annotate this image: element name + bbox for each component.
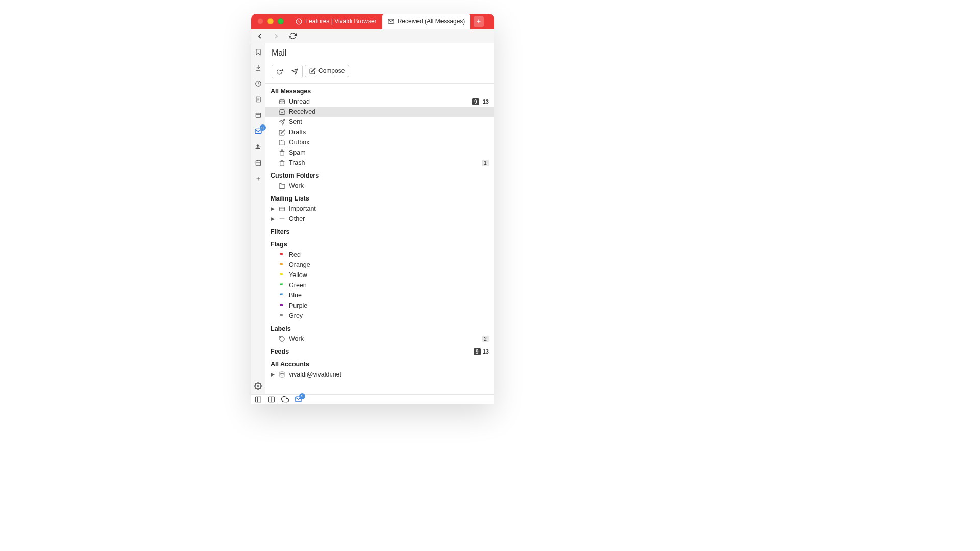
account-label: vivaldi@vivaldi.net [289, 371, 489, 378]
list-other[interactable]: ▶ Other [265, 214, 494, 224]
window-panel-icon[interactable] [254, 111, 263, 120]
tag-icon [278, 335, 285, 342]
label-work[interactable]: Work 2 [265, 334, 494, 344]
flag-label: Purple [289, 302, 489, 309]
svg-rect-11 [279, 207, 284, 211]
section-all-messages: All Messages [265, 84, 494, 96]
folder-sent[interactable]: Sent [265, 117, 494, 127]
downloads-panel-icon[interactable] [254, 63, 263, 72]
panel-toggle-icon[interactable] [254, 395, 262, 404]
folder-label: Outbox [289, 139, 489, 146]
mail-folder-list: All Messages Unread 9 13 Received [265, 84, 494, 394]
section-custom-folders: Custom Folders [265, 168, 494, 181]
window-maximize-button[interactable] [278, 18, 284, 24]
account-vivaldi[interactable]: ▶ vivaldi@vivaldi.net [265, 369, 494, 380]
svg-rect-15 [256, 397, 261, 402]
titlebar: Features | Vivaldi Browser Received (All… [251, 14, 494, 29]
folder-label: Sent [289, 118, 489, 126]
tiling-icon[interactable] [267, 395, 276, 404]
svg-rect-7 [256, 161, 260, 165]
nav-toolbar [251, 29, 494, 43]
svg-point-14 [280, 372, 284, 373]
vivaldi-icon [295, 18, 302, 25]
status-bar: 9 [251, 394, 494, 404]
list-important[interactable]: ▶ Important [265, 204, 494, 214]
sync-icon[interactable] [281, 395, 289, 404]
flag-icon [278, 292, 285, 299]
bookmarks-panel-icon[interactable] [254, 47, 263, 57]
window-minimize-button[interactable] [267, 18, 274, 24]
inbox-icon [278, 108, 285, 115]
chevron-right-icon[interactable]: ▶ [271, 216, 275, 221]
window-close-button[interactable] [257, 18, 263, 24]
folder-outbox[interactable]: Outbox [265, 137, 494, 147]
history-panel-icon[interactable] [254, 79, 263, 88]
svg-rect-10 [280, 151, 284, 155]
refresh-mail-button[interactable] [272, 65, 287, 78]
new-tab-button[interactable] [474, 16, 484, 27]
send-mail-button[interactable] [287, 65, 302, 78]
trash-icon [278, 159, 285, 166]
flag-icon [278, 312, 285, 319]
back-button[interactable] [255, 32, 264, 41]
mail-actions: Compose [272, 65, 488, 78]
folder-spam[interactable]: Spam [265, 147, 494, 158]
flag-blue[interactable]: Blue [265, 290, 494, 300]
unread-badge: 9 [472, 98, 479, 105]
settings-panel-icon[interactable] [254, 381, 263, 390]
compose-button[interactable]: Compose [305, 65, 349, 77]
folder-label: Work [289, 182, 489, 189]
contacts-panel-icon[interactable] [254, 142, 263, 152]
folder-label: Unread [289, 98, 469, 105]
panel-sidebar: 9 [251, 43, 265, 394]
folder-unread[interactable]: Unread 9 13 [265, 96, 494, 107]
tab-received[interactable]: Received (All Messages) [382, 14, 471, 29]
unread-count: 13 [483, 98, 489, 105]
flag-purple[interactable]: Purple [265, 300, 494, 311]
mail-panel-icon[interactable]: 9 [254, 127, 263, 136]
forward-button[interactable] [272, 32, 281, 41]
list-icon [278, 215, 285, 222]
folder-label: Spam [289, 149, 489, 156]
flag-icon [278, 271, 285, 279]
trash-count: 1 [482, 160, 489, 166]
label-name: Work [289, 335, 478, 342]
flag-label: Yellow [289, 271, 489, 279]
status-mail-badge: 9 [299, 393, 305, 399]
add-panel-icon[interactable] [254, 174, 263, 183]
folder-label: Other [289, 215, 489, 222]
sent-icon [278, 118, 285, 126]
folder-icon [278, 182, 285, 189]
tab-features[interactable]: Features | Vivaldi Browser [290, 14, 382, 29]
label-count: 2 [482, 336, 489, 342]
folder-received[interactable]: Received [265, 107, 494, 117]
chevron-right-icon[interactable]: ▶ [271, 372, 275, 377]
list-icon [278, 205, 285, 212]
reload-button[interactable] [288, 32, 297, 41]
flag-red[interactable]: Red [265, 249, 494, 260]
folder-work[interactable]: Work [265, 181, 494, 191]
section-flags: Flags [265, 237, 494, 249]
flag-icon [278, 261, 285, 268]
mail-header: Mail Compose [265, 43, 494, 84]
mail-panel: Mail Compose [265, 43, 494, 394]
section-labels: Labels [265, 321, 494, 334]
folder-label: Drafts [289, 129, 489, 136]
browser-window: Features | Vivaldi Browser Received (All… [251, 14, 494, 404]
mail-badge: 9 [260, 124, 266, 131]
folder-label: Trash [289, 159, 478, 166]
notes-panel-icon[interactable] [254, 95, 263, 104]
flag-orange[interactable]: Orange [265, 260, 494, 270]
drafts-icon [278, 129, 285, 136]
flag-grey[interactable]: Grey [265, 311, 494, 321]
flag-green[interactable]: Green [265, 280, 494, 290]
folder-trash[interactable]: Trash 1 [265, 158, 494, 168]
chevron-right-icon[interactable]: ▶ [271, 206, 275, 211]
folder-drafts[interactable]: Drafts [265, 127, 494, 137]
calendar-panel-icon[interactable] [254, 158, 263, 167]
svg-rect-4 [256, 113, 260, 117]
status-mail-icon[interactable]: 9 [294, 395, 302, 404]
section-all-accounts: All Accounts [265, 357, 494, 369]
flag-yellow[interactable]: Yellow [265, 270, 494, 280]
feeds-count: 13 [483, 348, 489, 355]
